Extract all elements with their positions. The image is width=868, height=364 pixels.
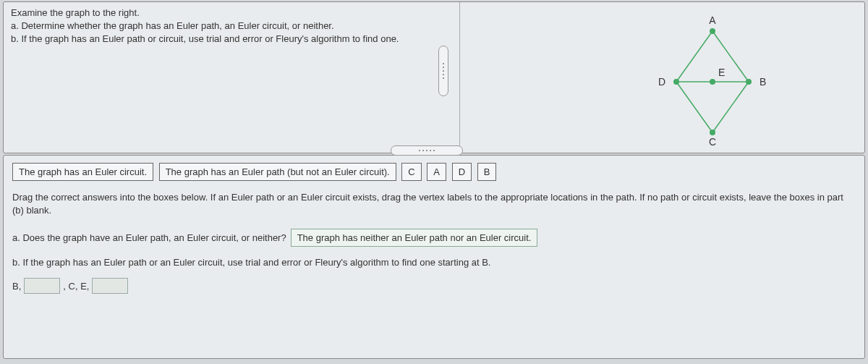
question-a-label: a. Does the graph have an Euler path, an…	[12, 232, 286, 243]
top-panel: Examine the graph to the right. a. Deter…	[3, 1, 865, 153]
drag-instruction: Drag the correct answers into the boxes …	[12, 191, 856, 217]
drag-item-vertex-c[interactable]: C	[401, 163, 421, 181]
vertex-label-e: E	[718, 67, 725, 78]
vertex-label-c: C	[709, 136, 716, 147]
svg-point-7	[710, 130, 715, 135]
prompt-line-1: Examine the graph to the right.	[11, 7, 452, 20]
vertex-label-a: A	[709, 14, 716, 26]
graph-area: A B C D E	[459, 2, 864, 153]
graph-figure: A B C D E	[633, 9, 792, 147]
seq-mid-label: , C, E,	[63, 281, 89, 292]
seq-start-label: B,	[12, 281, 21, 292]
vertex-label-b: B	[760, 76, 766, 88]
svg-line-2	[676, 82, 712, 132]
prompt-text: Examine the graph to the right. a. Deter…	[4, 2, 459, 153]
answer-a-dropzone[interactable]: The graph has neither an Euler path nor …	[291, 229, 538, 247]
sequence-row: B, , C, E,	[12, 278, 856, 294]
svg-line-3	[676, 31, 712, 82]
prompt-line-3: b. If the graph has an Euler path or cir…	[11, 33, 452, 46]
vertex-label-d: D	[658, 76, 665, 88]
svg-line-1	[712, 82, 749, 132]
question-a-row: a. Does the graph have an Euler path, an…	[12, 229, 856, 247]
question-b-label: b. If the graph has an Euler path or an …	[12, 257, 490, 268]
vertical-splitter-handle[interactable]	[438, 46, 448, 96]
seq-dropzone-2[interactable]	[92, 278, 128, 294]
svg-point-9	[710, 79, 715, 85]
drag-item-vertex-a[interactable]: A	[427, 163, 446, 181]
question-b-row: b. If the graph has an Euler path or an …	[12, 257, 856, 268]
svg-point-6	[746, 79, 752, 85]
seq-dropzone-1[interactable]	[24, 278, 60, 294]
svg-point-8	[673, 79, 679, 85]
horizontal-splitter-handle[interactable]	[391, 145, 463, 156]
drag-item-vertex-d[interactable]: D	[452, 163, 472, 181]
drag-item-euler-circuit[interactable]: The graph has an Euler circuit.	[12, 163, 153, 181]
svg-point-5	[710, 28, 715, 34]
drag-item-euler-path[interactable]: The graph has an Euler path (but not an …	[159, 163, 396, 181]
drag-source-row: The graph has an Euler circuit. The grap…	[12, 163, 856, 181]
bottom-panel: The graph has an Euler circuit. The grap…	[3, 155, 865, 359]
drag-item-vertex-b[interactable]: B	[477, 163, 497, 181]
prompt-line-2: a. Determine whether the graph has an Eu…	[11, 20, 452, 33]
